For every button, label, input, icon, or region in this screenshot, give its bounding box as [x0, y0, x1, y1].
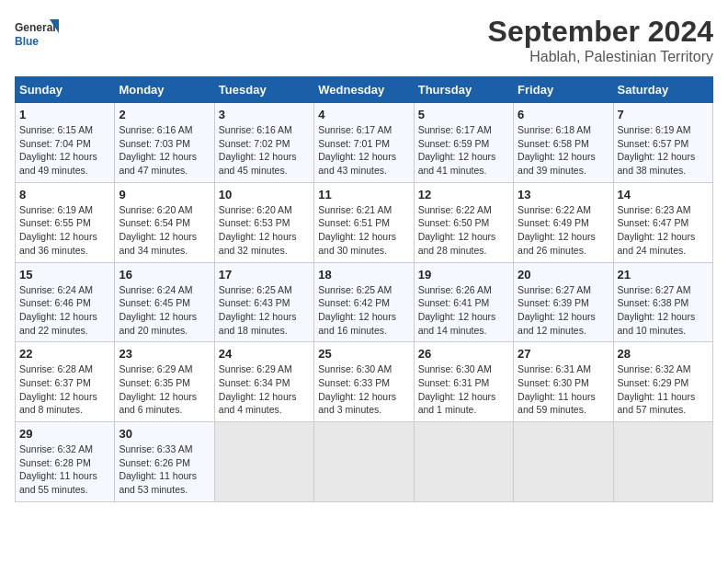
day-detail: Sunrise: 6:24 AM Sunset: 6:45 PM Dayligh…: [119, 283, 210, 338]
day-detail: Sunrise: 6:20 AM Sunset: 6:53 PM Dayligh…: [219, 203, 310, 258]
day-detail: Sunrise: 6:22 AM Sunset: 6:49 PM Dayligh…: [518, 203, 609, 258]
day-detail: Sunrise: 6:20 AM Sunset: 6:54 PM Dayligh…: [119, 203, 210, 258]
day-detail: Sunrise: 6:25 AM Sunset: 6:43 PM Dayligh…: [219, 283, 310, 338]
day-number: 9: [119, 188, 210, 201]
day-number: 3: [219, 108, 310, 121]
calendar-cell: 19 Sunrise: 6:26 AM Sunset: 6:41 PM Dayl…: [414, 262, 513, 342]
calendar-cell: 9 Sunrise: 6:20 AM Sunset: 6:54 PM Dayli…: [115, 182, 214, 262]
weekday-header: Friday: [514, 77, 613, 103]
day-detail: Sunrise: 6:32 AM Sunset: 6:28 PM Dayligh…: [19, 442, 110, 497]
day-number: 2: [119, 108, 210, 121]
calendar-week-row: 22 Sunrise: 6:28 AM Sunset: 6:37 PM Dayl…: [16, 342, 713, 422]
calendar-cell: 30 Sunrise: 6:33 AM Sunset: 6:26 PM Dayl…: [115, 422, 214, 502]
day-detail: Sunrise: 6:30 AM Sunset: 6:31 PM Dayligh…: [418, 362, 509, 417]
day-number: 4: [318, 108, 409, 121]
day-number: 27: [518, 347, 609, 361]
day-detail: Sunrise: 6:23 AM Sunset: 6:47 PM Dayligh…: [618, 203, 709, 258]
svg-text:General: General: [15, 21, 56, 34]
calendar-cell: 14 Sunrise: 6:23 AM Sunset: 6:47 PM Dayl…: [613, 182, 712, 262]
day-number: 16: [119, 268, 210, 282]
calendar-cell: 20 Sunrise: 6:27 AM Sunset: 6:39 PM Dayl…: [514, 262, 613, 342]
calendar-cell: 2 Sunrise: 6:16 AM Sunset: 7:03 PM Dayli…: [115, 103, 214, 183]
calendar-cell: 26 Sunrise: 6:30 AM Sunset: 6:31 PM Dayl…: [414, 342, 513, 422]
calendar-cell: [214, 422, 313, 502]
day-detail: Sunrise: 6:29 AM Sunset: 6:35 PM Dayligh…: [119, 362, 210, 417]
calendar-cell: [613, 422, 712, 502]
day-detail: Sunrise: 6:24 AM Sunset: 6:46 PM Dayligh…: [19, 283, 110, 338]
title-area: September 2024 Hablah, Palestinian Terri…: [488, 15, 713, 65]
day-number: 14: [618, 188, 709, 201]
calendar-cell: 17 Sunrise: 6:25 AM Sunset: 6:43 PM Dayl…: [214, 262, 313, 342]
day-detail: Sunrise: 6:27 AM Sunset: 6:39 PM Dayligh…: [518, 283, 609, 338]
calendar-cell: 23 Sunrise: 6:29 AM Sunset: 6:35 PM Dayl…: [115, 342, 214, 422]
calendar-cell: 24 Sunrise: 6:29 AM Sunset: 6:34 PM Dayl…: [214, 342, 313, 422]
calendar-cell: 25 Sunrise: 6:30 AM Sunset: 6:33 PM Dayl…: [314, 342, 414, 422]
day-number: 26: [418, 347, 509, 361]
day-number: 25: [318, 347, 409, 361]
day-detail: Sunrise: 6:28 AM Sunset: 6:37 PM Dayligh…: [19, 362, 110, 417]
day-detail: Sunrise: 6:30 AM Sunset: 6:33 PM Dayligh…: [318, 362, 409, 417]
calendar-cell: 28 Sunrise: 6:32 AM Sunset: 6:29 PM Dayl…: [613, 342, 712, 422]
calendar-cell: [314, 422, 414, 502]
day-detail: Sunrise: 6:19 AM Sunset: 6:55 PM Dayligh…: [19, 203, 110, 258]
calendar-cell: 15 Sunrise: 6:24 AM Sunset: 6:46 PM Dayl…: [16, 262, 115, 342]
weekday-header-row: SundayMondayTuesdayWednesdayThursdayFrid…: [16, 77, 713, 103]
day-number: 24: [219, 347, 310, 361]
calendar-cell: 21 Sunrise: 6:27 AM Sunset: 6:38 PM Dayl…: [613, 262, 712, 342]
weekday-header: Saturday: [613, 77, 712, 103]
day-detail: Sunrise: 6:31 AM Sunset: 6:30 PM Dayligh…: [518, 362, 609, 417]
day-detail: Sunrise: 6:15 AM Sunset: 7:04 PM Dayligh…: [19, 123, 110, 178]
day-number: 6: [518, 108, 609, 121]
day-detail: Sunrise: 6:17 AM Sunset: 7:01 PM Dayligh…: [318, 123, 409, 178]
day-detail: Sunrise: 6:16 AM Sunset: 7:03 PM Dayligh…: [119, 123, 210, 178]
calendar-cell: 3 Sunrise: 6:16 AM Sunset: 7:02 PM Dayli…: [214, 103, 313, 183]
day-number: 15: [19, 268, 110, 282]
calendar-cell: 27 Sunrise: 6:31 AM Sunset: 6:30 PM Dayl…: [514, 342, 613, 422]
calendar-week-row: 15 Sunrise: 6:24 AM Sunset: 6:46 PM Dayl…: [16, 262, 713, 342]
day-number: 22: [19, 347, 110, 361]
calendar-cell: 10 Sunrise: 6:20 AM Sunset: 6:53 PM Dayl…: [214, 182, 313, 262]
calendar-cell: [514, 422, 613, 502]
calendar-cell: [414, 422, 513, 502]
calendar-week-row: 1 Sunrise: 6:15 AM Sunset: 7:04 PM Dayli…: [16, 103, 713, 183]
day-number: 8: [19, 188, 110, 201]
calendar-cell: 4 Sunrise: 6:17 AM Sunset: 7:01 PM Dayli…: [314, 103, 414, 183]
day-detail: Sunrise: 6:33 AM Sunset: 6:26 PM Dayligh…: [119, 442, 210, 497]
day-number: 11: [318, 188, 409, 201]
calendar-cell: 11 Sunrise: 6:21 AM Sunset: 6:51 PM Dayl…: [314, 182, 414, 262]
calendar-cell: 5 Sunrise: 6:17 AM Sunset: 6:59 PM Dayli…: [414, 103, 513, 183]
day-number: 12: [418, 188, 509, 201]
day-number: 20: [518, 268, 609, 282]
day-detail: Sunrise: 6:27 AM Sunset: 6:38 PM Dayligh…: [618, 283, 709, 338]
weekday-header: Tuesday: [214, 77, 313, 103]
calendar-cell: 16 Sunrise: 6:24 AM Sunset: 6:45 PM Dayl…: [115, 262, 214, 342]
day-detail: Sunrise: 6:16 AM Sunset: 7:02 PM Dayligh…: [219, 123, 310, 178]
calendar-cell: 12 Sunrise: 6:22 AM Sunset: 6:50 PM Dayl…: [414, 182, 513, 262]
weekday-header: Wednesday: [314, 77, 414, 103]
day-number: 7: [618, 108, 709, 121]
day-number: 5: [418, 108, 509, 121]
day-number: 23: [119, 347, 210, 361]
calendar-cell: 6 Sunrise: 6:18 AM Sunset: 6:58 PM Dayli…: [514, 103, 613, 183]
calendar-cell: 29 Sunrise: 6:32 AM Sunset: 6:28 PM Dayl…: [16, 422, 115, 502]
day-number: 21: [618, 268, 709, 282]
weekday-header: Monday: [115, 77, 214, 103]
day-detail: Sunrise: 6:18 AM Sunset: 6:58 PM Dayligh…: [518, 123, 609, 178]
day-number: 19: [418, 268, 509, 282]
calendar-week-row: 8 Sunrise: 6:19 AM Sunset: 6:55 PM Dayli…: [16, 182, 713, 262]
calendar-cell: 22 Sunrise: 6:28 AM Sunset: 6:37 PM Dayl…: [16, 342, 115, 422]
weekday-header: Sunday: [16, 77, 115, 103]
day-detail: Sunrise: 6:22 AM Sunset: 6:50 PM Dayligh…: [418, 203, 509, 258]
day-detail: Sunrise: 6:32 AM Sunset: 6:29 PM Dayligh…: [618, 362, 709, 417]
logo-svg: General Blue: [15, 15, 61, 56]
day-number: 29: [19, 427, 110, 441]
calendar-cell: 18 Sunrise: 6:25 AM Sunset: 6:42 PM Dayl…: [314, 262, 414, 342]
day-number: 10: [219, 188, 310, 201]
calendar-cell: 13 Sunrise: 6:22 AM Sunset: 6:49 PM Dayl…: [514, 182, 613, 262]
day-number: 1: [19, 108, 110, 121]
day-detail: Sunrise: 6:26 AM Sunset: 6:41 PM Dayligh…: [418, 283, 509, 338]
weekday-header: Thursday: [414, 77, 513, 103]
day-number: 30: [119, 427, 210, 441]
day-number: 28: [618, 347, 709, 361]
logo: General Blue: [15, 15, 61, 56]
